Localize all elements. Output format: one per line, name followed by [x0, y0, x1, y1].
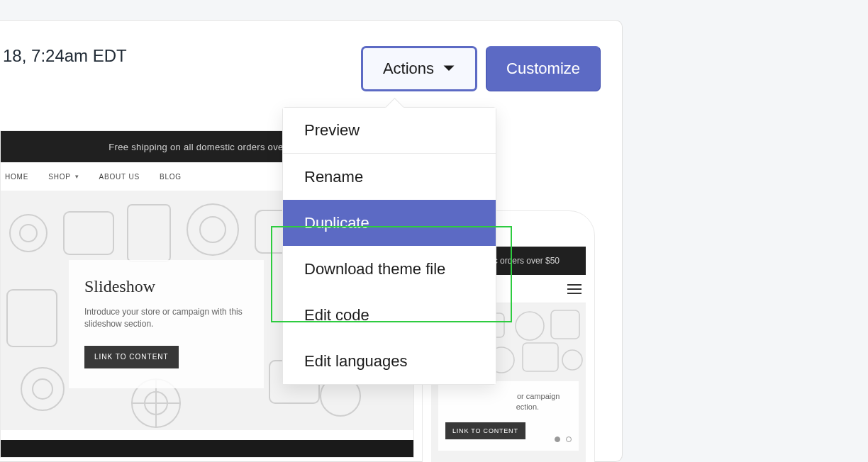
nav-shop-label: SHOP [48, 173, 71, 181]
dropdown-item-label: Edit code [304, 306, 369, 325]
actions-button[interactable]: Actions [361, 46, 477, 91]
dropdown-item-preview[interactable]: Preview [283, 108, 496, 154]
dropdown-item-download[interactable]: Download theme file [283, 246, 496, 292]
customize-button-label: Customize [506, 60, 580, 78]
dropdown-item-label: Duplicate [304, 214, 369, 232]
mobile-slideshow-card: Introduce your store or campaign with th… [438, 381, 579, 451]
chevron-down-icon: ▾ [75, 173, 79, 180]
dropdown-item-label: Edit languages [304, 352, 408, 371]
link-to-content-button: LINK TO CONTENT [84, 346, 179, 368]
nav-home: HOME [5, 173, 28, 181]
mobile-pagination-dots [555, 436, 572, 442]
theme-header-buttons: Actions Customize [361, 46, 601, 91]
actions-dropdown: Preview Rename Duplicate Download theme … [282, 107, 496, 385]
dropdown-item-duplicate[interactable]: Duplicate [283, 200, 496, 246]
dropdown-item-label: Rename [304, 168, 363, 186]
caret-down-icon [443, 62, 455, 75]
hamburger-icon [567, 284, 582, 294]
nav-shop: SHOP ▾ [48, 173, 79, 181]
dropdown-item-label: Preview [304, 121, 360, 140]
actions-button-label: Actions [383, 60, 434, 78]
dropdown-item-edit-languages[interactable]: Edit languages [283, 338, 496, 384]
theme-card: 18, 7:24am EDT Actions Customize Free sh… [0, 20, 623, 462]
slideshow-description: Introduce your store or campaign with th… [84, 306, 248, 330]
dropdown-item-label: Download theme file [304, 260, 445, 278]
pagination-dot-active [555, 436, 560, 442]
mobile-link-to-content-button: LINK TO CONTENT [445, 422, 525, 439]
mobile-slideshow-description: Introduce your store or campaign with th… [445, 391, 572, 412]
pagination-dot [566, 436, 572, 442]
below-hero-bar [1, 440, 413, 457]
customize-button[interactable]: Customize [486, 46, 601, 91]
dropdown-item-edit-code[interactable]: Edit code [283, 292, 496, 338]
slideshow-card: Slideshow Introduce your store or campai… [69, 260, 264, 388]
slideshow-title: Slideshow [84, 277, 248, 296]
theme-timestamp: 18, 7:24am EDT [0, 46, 127, 66]
dropdown-item-rename[interactable]: Rename [283, 154, 496, 200]
nav-blog: BLOG [160, 173, 182, 181]
nav-about: ABOUT US [99, 173, 140, 181]
promo-bar-text: Free shipping on all domestic orders ove… [108, 142, 305, 152]
